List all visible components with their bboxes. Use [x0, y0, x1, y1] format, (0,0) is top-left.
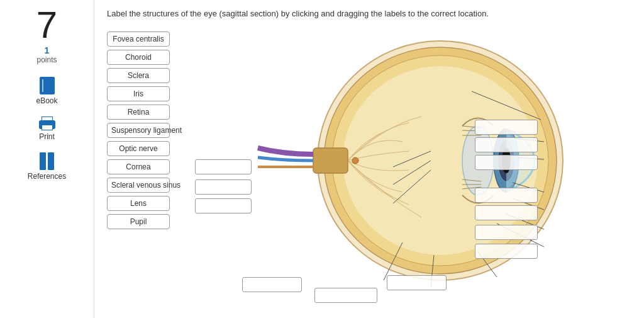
- ebook-icon: [40, 77, 55, 94]
- drop-box-11[interactable]: [242, 277, 302, 292]
- app-container: 7 1 points eBook Print References: [0, 0, 644, 318]
- drop-box-12[interactable]: [314, 288, 377, 303]
- drop-box-1[interactable]: [475, 120, 538, 135]
- main-content: Label the structures of the eye (sagitta…: [94, 0, 644, 318]
- drop-box-4[interactable]: [475, 188, 538, 203]
- label-optic-nerve[interactable]: Optic nerve: [107, 141, 170, 156]
- ebook-tool[interactable]: eBook: [36, 77, 57, 105]
- labels-column: Fovea centralis Choroid Sclera Iris Reti…: [107, 31, 170, 229]
- drop-box-2[interactable]: [475, 137, 538, 152]
- points-display: 1 points: [36, 45, 57, 64]
- sidebar: 7 1 points eBook Print References: [0, 0, 94, 318]
- svg-point-15: [352, 157, 358, 164]
- points-value: 1: [45, 45, 50, 55]
- eye-diagram-area: [176, 28, 635, 305]
- print-tool[interactable]: Print: [39, 116, 55, 141]
- drop-box-13[interactable]: [387, 275, 447, 290]
- drop-box-6[interactable]: [475, 225, 538, 240]
- references-icon: [40, 152, 55, 170]
- points-label-text: points: [36, 55, 57, 64]
- print-label: Print: [39, 132, 55, 141]
- label-retina[interactable]: Retina: [107, 105, 170, 120]
- label-scleral-venous-sinus[interactable]: Scleral venous sinus: [107, 178, 170, 193]
- drop-box-9[interactable]: [195, 179, 252, 195]
- label-suspensory-ligament[interactable]: Suspensory ligament: [107, 123, 170, 138]
- label-pupil[interactable]: Pupil: [107, 214, 170, 229]
- eye-illustration: [245, 28, 597, 299]
- label-cornea[interactable]: Cornea: [107, 159, 170, 174]
- label-lens[interactable]: Lens: [107, 196, 170, 211]
- drop-box-8[interactable]: [195, 159, 252, 174]
- svg-rect-4: [313, 148, 348, 173]
- instruction-text: Label the structures of the eye (sagitta…: [107, 9, 631, 18]
- label-fovea-centralis[interactable]: Fovea centralis: [107, 31, 170, 47]
- drop-box-3[interactable]: [475, 155, 538, 170]
- ebook-label: eBook: [36, 96, 57, 105]
- references-tool[interactable]: References: [28, 152, 66, 181]
- label-iris[interactable]: Iris: [107, 86, 170, 101]
- label-sclera[interactable]: Sclera: [107, 68, 170, 83]
- drop-box-5[interactable]: [475, 205, 538, 220]
- drop-box-10[interactable]: [195, 198, 252, 213]
- label-choroid[interactable]: Choroid: [107, 50, 170, 65]
- question-number: 7: [36, 6, 57, 44]
- drop-box-7[interactable]: [475, 244, 538, 259]
- references-label: References: [28, 172, 66, 181]
- print-icon: [39, 116, 55, 130]
